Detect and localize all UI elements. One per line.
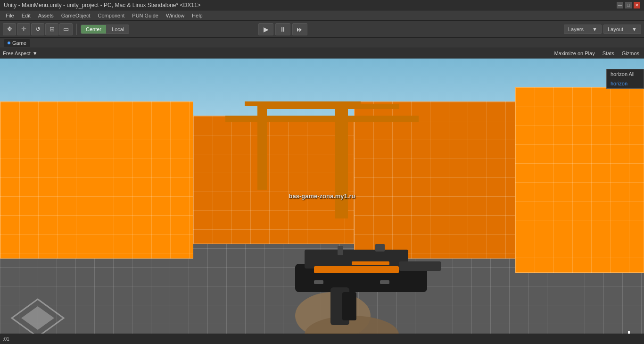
svg-rect-5 (352, 261, 389, 265)
window-controls: — □ ✕ (617, 2, 640, 8)
minimize-button[interactable]: — (617, 2, 623, 8)
pause-button[interactable]: ⏸ (275, 23, 290, 35)
svg-rect-10 (342, 292, 356, 320)
free-aspect-dropdown[interactable]: Free Aspect ▼ (3, 50, 38, 56)
menu-item-edit[interactable]: Edit (18, 12, 34, 19)
layers-dropdown[interactable]: Layers ▼ (564, 25, 602, 34)
game-panel-header: Game (0, 38, 644, 48)
wall-left (0, 101, 193, 259)
svg-rect-8 (375, 244, 385, 252)
layout-dropdown[interactable]: Layout ▼ (603, 25, 641, 34)
menu-item-assets[interactable]: Assets (34, 12, 58, 19)
svg-rect-11 (314, 280, 323, 284)
maximize-button[interactable]: □ (625, 2, 632, 8)
title-text: Unity - MainMenu.unity - unity_project -… (4, 2, 201, 8)
transform-tools: ✥ ✛ ↺ ⊞ ▭ (3, 23, 73, 35)
weapon-svg (257, 193, 446, 344)
menu-item-help[interactable]: Help (188, 12, 206, 19)
rotate-tool[interactable]: ↺ (31, 23, 44, 35)
horizon-all-label: horizon All (611, 71, 635, 77)
svg-rect-4 (314, 266, 399, 273)
layers-label: Layers (568, 26, 584, 32)
game-viewport: horizon All horizon bas-game-zona.my1.ru (0, 59, 644, 344)
svg-rect-6 (399, 261, 441, 271)
move-tool[interactable]: ✛ (17, 23, 30, 35)
maximize-on-play-button[interactable]: Maximize on Play (552, 50, 596, 57)
menu-item-file[interactable]: File (2, 12, 18, 19)
game-right-controls: Maximize on Play Stats Gizmos (552, 50, 641, 57)
layout-label: Layout (608, 26, 623, 32)
menu-item-pun guide[interactable]: PUN Guide (128, 12, 162, 19)
timeline: :01 (0, 334, 644, 344)
game-tab-icon (8, 42, 10, 44)
close-button[interactable]: ✕ (634, 2, 640, 8)
beam-horizontal-3 (245, 101, 361, 106)
svg-rect-12 (380, 280, 389, 284)
layout-chevron-icon: ▼ (632, 26, 637, 32)
layers-chevron-icon: ▼ (592, 26, 597, 32)
horizon-label: horizon (611, 81, 627, 86)
center-button[interactable]: Center (81, 25, 106, 34)
beam-vertical-2 (257, 104, 267, 190)
svg-rect-3 (305, 250, 408, 268)
gizmos-button[interactable]: Gizmos (620, 50, 641, 57)
title-bar: Unity - MainMenu.unity - unity_project -… (0, 0, 644, 10)
wall-right (515, 87, 644, 273)
scene-canvas: horizon All horizon bas-game-zona.my1.ru (0, 59, 644, 344)
menu-bar: FileEditAssetsGameObjectComponentPUN Gui… (0, 10, 644, 21)
beam-horizontal-1 (225, 116, 419, 122)
game-tab-label: Game (12, 40, 26, 46)
menu-item-window[interactable]: Window (162, 12, 188, 19)
separator-1 (76, 24, 77, 35)
horizon-panel: horizon All horizon (606, 69, 644, 89)
rect-tool[interactable]: ▭ (59, 23, 73, 35)
free-aspect-chevron-icon: ▼ (33, 50, 38, 56)
stats-button[interactable]: Stats (601, 50, 616, 57)
menu-item-component[interactable]: Component (94, 12, 128, 19)
pivot-group: Center Local (81, 25, 129, 34)
timeline-marker: :01 (3, 336, 9, 342)
right-toolbar: Layers ▼ Layout ▼ (564, 25, 641, 34)
game-tab[interactable]: Game (4, 39, 30, 47)
svg-rect-7 (338, 246, 343, 255)
local-button[interactable]: Local (107, 25, 129, 34)
horizon-item-selected[interactable]: horizon (607, 79, 644, 88)
hand-tool[interactable]: ✥ (3, 23, 16, 35)
play-controls: ▶ ⏸ ⏭ (258, 23, 307, 35)
free-aspect-label: Free Aspect (3, 50, 31, 56)
scale-tool[interactable]: ⊞ (45, 23, 58, 35)
play-button[interactable]: ▶ (258, 23, 273, 35)
unity-logo: UNITY (9, 297, 66, 339)
menu-item-gameobject[interactable]: GameObject (58, 12, 94, 19)
weapon (257, 193, 446, 344)
game-controls-bar: Free Aspect ▼ Maximize on Play Stats Giz… (0, 48, 644, 59)
horizon-all-item[interactable]: horizon All (607, 69, 644, 79)
toolbar: ✥ ✛ ↺ ⊞ ▭ Center Local ▶ ⏸ ⏭ Layers ▼ La… (0, 21, 644, 38)
step-button[interactable]: ⏭ (292, 23, 307, 35)
svg-marker-16 (21, 306, 54, 330)
